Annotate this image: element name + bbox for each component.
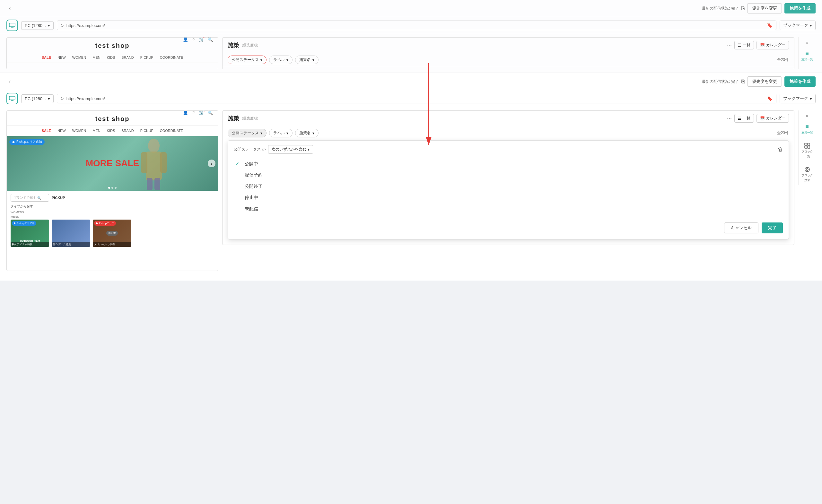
svg-rect-10 xyxy=(808,143,810,145)
svg-rect-12 xyxy=(808,146,810,148)
svg-rect-11 xyxy=(805,146,807,148)
option-公開中[interactable]: ✓ 公開中 xyxy=(234,158,783,169)
banner-badge: ⏺ Pickupエリア追加 xyxy=(9,139,45,145)
right-panel-top: 施策 (優先度順) ··· ☰ 一覧 📅 カレンダー xyxy=(222,37,794,69)
svg-rect-9 xyxy=(805,143,807,145)
option-停止中[interactable]: ✓ 停止中 xyxy=(234,192,783,203)
device-select-bottom[interactable]: PC (1280... ▾ xyxy=(21,94,54,103)
url-bar-bottom[interactable]: ↻ 🔖 xyxy=(57,94,776,103)
施策一覧-icon-top[interactable]: ≡ 施策一覧 xyxy=(801,50,813,62)
block-effect-icon[interactable]: ブロック 効果 xyxy=(801,166,813,182)
vertical-sidebar-top: » ≡ 施策一覧 xyxy=(798,37,816,69)
filter-name-btn-top[interactable]: 施策名 ▾ xyxy=(295,55,319,64)
refresh-icon-bottom: ↻ xyxy=(60,96,64,101)
more-icon-bottom[interactable]: ··· xyxy=(727,115,732,122)
device-label: PC (1280... xyxy=(25,23,46,28)
calendar-icon-bottom: 📅 xyxy=(760,116,765,121)
pickup-filter: タイプから探す xyxy=(11,204,214,209)
pickup-search[interactable]: ブランドで探す 🔍 xyxy=(11,194,49,201)
shop-nav-bottom: SALE NEW WOMEN MEN KIDS BRAND PICKUP COO… xyxy=(7,125,218,136)
list-view-btn-bottom[interactable]: ☰ 一覧 xyxy=(734,114,754,123)
filter-count-top: 全23件 xyxy=(777,57,789,63)
back-button-bottom[interactable]: ‹ xyxy=(6,77,13,86)
bookmark-icon-top[interactable]: 🔖 xyxy=(767,22,773,28)
svg-rect-1 xyxy=(9,96,15,100)
block-list-label2: 一覧 xyxy=(804,154,810,158)
bookmark-menu-bottom[interactable]: ブックマーク ▾ xyxy=(780,94,816,103)
banner-next-btn[interactable]: › xyxy=(208,159,216,167)
block-list-icon[interactable]: ブロック 一覧 xyxy=(801,142,813,158)
done-button[interactable]: 完了 xyxy=(762,222,783,233)
filter-label-btn-top[interactable]: ラベル ▾ xyxy=(269,55,293,64)
condition-select[interactable]: 次のいずれかを含む ▾ xyxy=(268,145,313,154)
filter-label-btn-bottom[interactable]: ラベル ▾ xyxy=(269,129,293,137)
share-button-bottom[interactable]: ⎘ xyxy=(741,79,745,84)
panel-subtitle-bottom: (優先度順) xyxy=(242,116,258,121)
panel-title-bottom: 施策 xyxy=(228,115,239,122)
shop-title-bottom: test shop xyxy=(7,115,218,123)
right-panel-bottom: 施策 (優先度順) ··· ☰ 一覧 📅 カレンダー xyxy=(222,110,794,245)
block-effect-label: ブロック xyxy=(801,173,813,177)
card1-label: ⏺ Pickupエリア追 xyxy=(12,221,36,226)
list-icon-bottom: ☰ xyxy=(738,116,741,121)
status-text-top: 最新の配信状況: 完了 xyxy=(702,6,739,11)
filter-row-top: 公開ステータス ▾ ラベル ▾ 施策名 ▾ 全23件 xyxy=(223,53,794,67)
pickup-cards: ⏺ Pickupエリア追 OUTDOOR ITEM 秋のアイテム特集 新作デニム… xyxy=(11,219,214,247)
banner-text: MORE SALE xyxy=(86,158,139,168)
shop-title-top: test shop xyxy=(7,42,218,49)
bookmark-menu-top[interactable]: ブックマーク ▾ xyxy=(780,21,816,30)
condition-prefix: 公開ステータス が xyxy=(234,147,266,152)
施策一覧-icon-bottom[interactable]: ≡ 施策一覧 xyxy=(801,123,813,135)
device-label-bottom: PC (1280... xyxy=(25,96,46,101)
preview-pane-bottom: 👤 ♡ 🛒1 🔍 test shop SALE NEW WOMEN MEN KI… xyxy=(6,110,218,271)
calendar-btn-top[interactable]: 📅 カレンダー xyxy=(757,41,789,49)
coordinate-label-bottom: COORDINATE xyxy=(160,129,183,132)
card2-caption: 新作デニム特集 xyxy=(52,242,90,247)
priority-button-bottom[interactable]: 優先度を変更 xyxy=(747,76,782,87)
filter-status-btn-top[interactable]: 公開ステータス ▾ xyxy=(228,55,267,64)
coordinate-label: COORDINATE xyxy=(160,55,183,59)
url-input-bottom[interactable] xyxy=(66,96,764,101)
delete-filter-btn[interactable]: 🗑 xyxy=(778,147,783,152)
option-配信予約[interactable]: ✓ 配信予約 xyxy=(234,169,783,181)
svg-rect-4 xyxy=(146,151,162,180)
chevron-bottom[interactable]: » xyxy=(806,113,809,118)
url-input-top[interactable] xyxy=(66,23,764,28)
create-button-top[interactable]: 施策を作成 xyxy=(784,3,816,13)
filter-name-btn-bottom[interactable]: 施策名 ▾ xyxy=(295,129,319,137)
device-select-top[interactable]: PC (1280... ▾ xyxy=(21,21,54,30)
calendar-btn-bottom[interactable]: 📅 カレンダー xyxy=(757,114,789,123)
create-button-bottom[interactable]: 施策を作成 xyxy=(784,76,816,87)
pickup-card-1: ⏺ Pickupエリア追 OUTDOOR ITEM 秋のアイテム特集 xyxy=(11,219,49,247)
option-未配信[interactable]: ✓ 未配信 xyxy=(234,203,783,214)
svg-rect-8 xyxy=(154,178,160,190)
card3-caption: スペシャル 小特集 xyxy=(93,242,131,247)
shop-nav-top: SALE NEW WOMEN MEN KIDS BRAND PICKUP COO… xyxy=(7,52,218,63)
card1-caption: 秋のアイテム特集 xyxy=(11,242,49,247)
svg-rect-6 xyxy=(160,152,167,173)
dropdown-actions: キャンセル 完了 xyxy=(234,222,783,233)
svg-rect-0 xyxy=(9,23,15,27)
list-view-btn-top[interactable]: ☰ 一覧 xyxy=(734,41,754,49)
filter-status-btn-bottom[interactable]: 公開ステータス ▾ xyxy=(228,129,267,137)
monitor-icon-bottom xyxy=(6,93,18,104)
priority-button-top[interactable]: 優先度を変更 xyxy=(747,3,782,13)
chevron-top[interactable]: » xyxy=(806,40,809,45)
url-bar-top[interactable]: ↻ 🔖 xyxy=(57,21,776,30)
back-button-top[interactable]: ‹ xyxy=(6,4,13,13)
refresh-icon: ↻ xyxy=(60,23,64,28)
check-icon-公開中: ✓ xyxy=(235,161,242,167)
option-公開終了[interactable]: ✓ 公開終了 xyxy=(234,181,783,192)
panel-subtitle-top: (優先度順) xyxy=(242,43,258,47)
share-button-top[interactable]: ⎘ xyxy=(741,5,745,11)
more-icon-top[interactable]: ··· xyxy=(727,42,732,48)
cancel-button[interactable]: キャンセル xyxy=(724,222,758,233)
pickup-label: PICKUP xyxy=(52,196,65,200)
svg-rect-7 xyxy=(147,178,152,190)
banner-area: ⏺ Pickupエリア追加 xyxy=(7,136,218,191)
preview-pane-top: 👤 ♡ 🛒1 🔍 test shop SALE NEW WOMEN MEN KI… xyxy=(6,37,218,69)
svg-point-13 xyxy=(805,167,809,172)
bookmark-icon-bottom[interactable]: 🔖 xyxy=(767,96,773,101)
filter-count-bottom: 全23件 xyxy=(777,130,789,136)
pickup-card-3: 停止中 ⏺ Pickupエリア スペシャル 小特集 xyxy=(93,219,131,247)
